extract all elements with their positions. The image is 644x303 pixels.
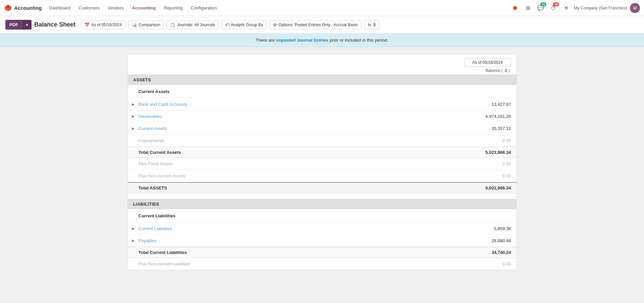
banner-text-bold[interactable]: unposted Journal Entries bbox=[276, 38, 329, 43]
nav-configuration[interactable]: Configuration bbox=[188, 3, 220, 12]
payables-label[interactable]: Payables bbox=[139, 235, 449, 246]
options-filter-btn[interactable]: ⚙ Options: Posted Entries Only , Accrual… bbox=[269, 20, 361, 29]
spacer bbox=[128, 193, 516, 199]
messages-btn[interactable]: 💬 15 bbox=[536, 3, 546, 13]
status-dot[interactable] bbox=[510, 3, 520, 13]
current-assets-row-value: 35,357.21 bbox=[449, 123, 516, 134]
journal-icon: 📋 bbox=[170, 23, 175, 27]
company-name[interactable]: My Company (San Francisco) bbox=[574, 6, 627, 10]
tag-icon: 🏷 bbox=[225, 23, 229, 27]
bank-cash-label[interactable]: Bank and Cash Accounts bbox=[139, 99, 449, 110]
table-row: ▶ Bank and Cash Accounts 13,427.87 bbox=[128, 98, 516, 111]
pdf-btn-group: PDF ▼ bbox=[5, 20, 32, 30]
currency-filter-label: In .$ bbox=[368, 23, 376, 27]
nav-dashboard[interactable]: Dashboard bbox=[46, 3, 74, 12]
toolbar: PDF ▼ Balance Sheet 📅 As of 05/16/2024 📊… bbox=[0, 16, 644, 34]
expand-bank-icon[interactable]: ▶ bbox=[128, 102, 139, 106]
journals-filter-label: Journals: All Journals bbox=[177, 23, 215, 27]
date-column-header: As of 05/16/2024 bbox=[464, 58, 511, 67]
assets-section-header: ASSETS bbox=[128, 75, 516, 85]
chart-icon: 📊 bbox=[132, 23, 137, 27]
currency-filter-btn[interactable]: In .$ bbox=[364, 20, 379, 29]
scroll-wrapper[interactable]: As of 05/16/2024 Balance ( .$ ) ASSETS C… bbox=[0, 47, 644, 277]
analytic-filter-btn[interactable]: 🏷 Analytic Group By bbox=[221, 20, 267, 29]
brand-text: Accounting bbox=[14, 5, 42, 11]
balance-column-header: Balance ( .$ ) bbox=[486, 68, 511, 73]
grid-menu-btn[interactable]: ⊞ bbox=[523, 3, 533, 13]
current-assets-subheader: Current Assets bbox=[128, 85, 516, 98]
current-assets-row-label[interactable]: Current Assets bbox=[139, 123, 449, 134]
expand-current-liabilities-icon[interactable]: ▶ bbox=[128, 226, 139, 231]
banner-text-before: There are bbox=[256, 38, 276, 43]
close-icon: ✕ bbox=[564, 5, 568, 11]
total-current-liabilities-row: Total Current Liabilities 34,740.24 bbox=[128, 247, 516, 258]
pdf-main-button[interactable]: PDF bbox=[5, 20, 22, 30]
nav-customers[interactable]: Customers bbox=[75, 3, 103, 12]
report-card: As of 05/16/2024 Balance ( .$ ) ASSETS C… bbox=[128, 54, 517, 270]
total-assets-value: 5,022,966.34 bbox=[449, 183, 516, 193]
receivables-label[interactable]: Receivables bbox=[139, 111, 449, 122]
table-row: Plus Non-current Assets 0.00 bbox=[128, 170, 516, 182]
expand-receivables-icon[interactable]: ▶ bbox=[128, 114, 139, 119]
table-row: Prepayments 0.00 bbox=[128, 135, 516, 147]
avatar[interactable]: U bbox=[630, 3, 640, 13]
expand-payables-icon[interactable]: ▶ bbox=[128, 239, 139, 243]
date-filter-label: As of 05/16/2024 bbox=[91, 23, 122, 27]
table-row: ▶ Current Assets 35,357.21 bbox=[128, 123, 516, 135]
payables-value: 28,880.88 bbox=[449, 235, 516, 246]
table-row: ▶ Payables 28,880.88 bbox=[128, 235, 516, 247]
journals-filter-btn[interactable]: 📋 Journals: All Journals bbox=[166, 20, 218, 29]
nav-brand[interactable]: Accounting bbox=[4, 4, 42, 12]
table-row: Plus Fixed Assets 0.00 bbox=[128, 158, 516, 170]
plus-noncurrent-assets-label: Plus Non-current Assets bbox=[139, 171, 449, 181]
main-content: As of 05/16/2024 Balance ( .$ ) ASSETS C… bbox=[121, 47, 524, 277]
comparison-filter-btn[interactable]: 📊 Comparison bbox=[128, 20, 164, 29]
calendar-icon: 📅 bbox=[85, 23, 90, 27]
prepayments-label: Prepayments bbox=[139, 135, 449, 146]
total-current-assets-label: Total Current Assets bbox=[139, 147, 449, 158]
current-liabilities-label: Current Liabilities bbox=[139, 212, 449, 220]
prepayments-value: 0.00 bbox=[449, 135, 516, 146]
clock-btn[interactable]: ⏱ 38 bbox=[548, 3, 558, 13]
plus-fixed-assets-value: 0.00 bbox=[449, 159, 516, 169]
pdf-dropdown-button[interactable]: ▼ bbox=[22, 20, 32, 29]
total-assets-label: Total ASSETS bbox=[139, 183, 449, 193]
messages-badge: 15 bbox=[540, 2, 546, 6]
plus-fixed-assets-label: Plus Fixed Assets bbox=[139, 159, 449, 169]
page-title: Balance Sheet bbox=[34, 21, 76, 28]
total-current-liabilities-value: 34,740.24 bbox=[449, 247, 516, 258]
table-row: ▶ Current Liabilities 5,859.36 bbox=[128, 223, 516, 235]
total-current-assets-value: 5,022,966.34 bbox=[449, 147, 516, 158]
current-liabilities-row-label[interactable]: Current Liabilities bbox=[139, 223, 449, 234]
nav-reporting[interactable]: Reporting bbox=[160, 3, 186, 12]
plus-noncurrent-liabilities-value: 0.00 bbox=[449, 259, 516, 269]
current-liabilities-subheader: Current Liabilities bbox=[128, 209, 516, 223]
total-current-liabilities-label: Total Current Liabilities bbox=[139, 247, 449, 258]
options-filter-label: Options: Posted Entries Only , Accrual B… bbox=[279, 23, 358, 27]
receivables-value: 4,974,181.26 bbox=[449, 111, 516, 122]
top-nav: Accounting Dashboard Customers Vendors A… bbox=[0, 0, 644, 16]
total-assets-row: Total ASSETS 5,022,966.34 bbox=[128, 182, 516, 193]
table-row: ▶ Receivables 4,974,181.26 bbox=[128, 111, 516, 123]
brand-icon bbox=[4, 4, 12, 12]
expand-current-assets-icon[interactable]: ▶ bbox=[128, 126, 139, 131]
online-status-icon bbox=[513, 6, 517, 10]
banner-text-after: prior or included in this period. bbox=[329, 38, 388, 43]
total-current-assets-row: Total Current Assets 5,022,966.34 bbox=[128, 147, 516, 158]
plus-noncurrent-liabilities-label: Plus Non-current Liabilities bbox=[139, 259, 449, 269]
clock-badge: 38 bbox=[553, 2, 559, 6]
liabilities-section-header: LIABILITIES bbox=[128, 199, 516, 209]
current-assets-label: Current Assets bbox=[139, 88, 449, 95]
date-filter-btn[interactable]: 📅 As of 05/16/2024 bbox=[81, 20, 126, 29]
current-liabilities-row-value: 5,859.36 bbox=[449, 223, 516, 234]
comparison-filter-label: Comparison bbox=[139, 23, 160, 27]
grid-icon: ⊞ bbox=[526, 5, 530, 11]
filter-icon: ⚙ bbox=[273, 23, 277, 27]
nav-accounting[interactable]: Accounting bbox=[129, 3, 159, 12]
nav-right: ⊞ 💬 15 ⏱ 38 ✕ My Company (San Francisco)… bbox=[510, 3, 640, 13]
close-btn[interactable]: ✕ bbox=[561, 3, 571, 13]
plus-noncurrent-assets-value: 0.00 bbox=[449, 171, 516, 181]
bank-cash-value: 13,427.87 bbox=[449, 99, 516, 110]
nav-vendors[interactable]: Vendors bbox=[104, 3, 127, 12]
report-column-header: As of 05/16/2024 Balance ( .$ ) bbox=[128, 54, 516, 75]
